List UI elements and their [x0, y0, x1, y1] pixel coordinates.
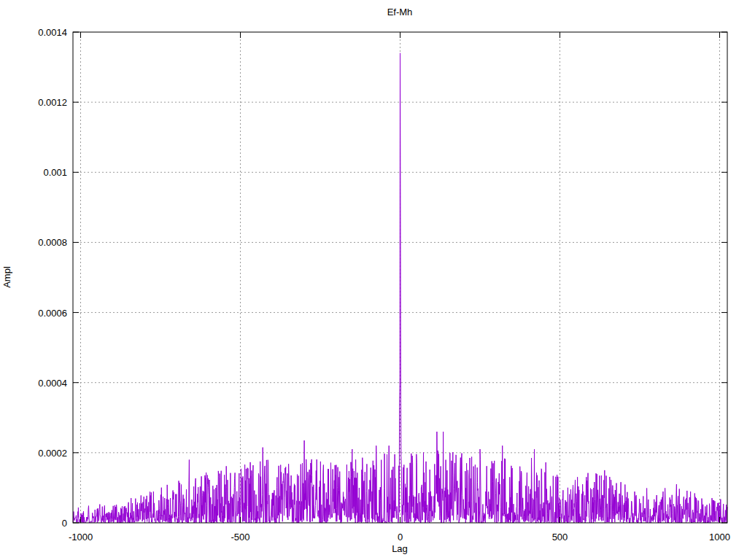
x-tick-label: -1000 — [69, 532, 93, 542]
x-tick-label: 0 — [398, 532, 403, 542]
y-tick-label: 0.001 — [43, 167, 67, 178]
y-tick-label: 0.0002 — [38, 448, 67, 459]
y-tick-label: 0.0014 — [38, 27, 67, 38]
chart-title: Ef-Mh — [387, 7, 413, 18]
x-axis-label: Lag — [392, 543, 408, 554]
x-tick-label: 500 — [552, 532, 568, 542]
x-tick-label: -500 — [231, 532, 249, 542]
y-tick-label: 0.0006 — [38, 308, 67, 319]
y-tick-label: 0.0008 — [38, 237, 67, 248]
y-axis-label: Ampl — [1, 266, 12, 288]
y-tick-label: 0.0004 — [38, 378, 67, 389]
y-tick-label: 0 — [62, 518, 67, 529]
correlation-chart: -1000-5000500100000.00020.00040.00060.00… — [0, 0, 747, 560]
chart-page: -1000-5000500100000.00020.00040.00060.00… — [0, 0, 747, 560]
y-tick-label: 0.0012 — [38, 97, 67, 108]
x-tick-label: 1000 — [709, 532, 730, 542]
